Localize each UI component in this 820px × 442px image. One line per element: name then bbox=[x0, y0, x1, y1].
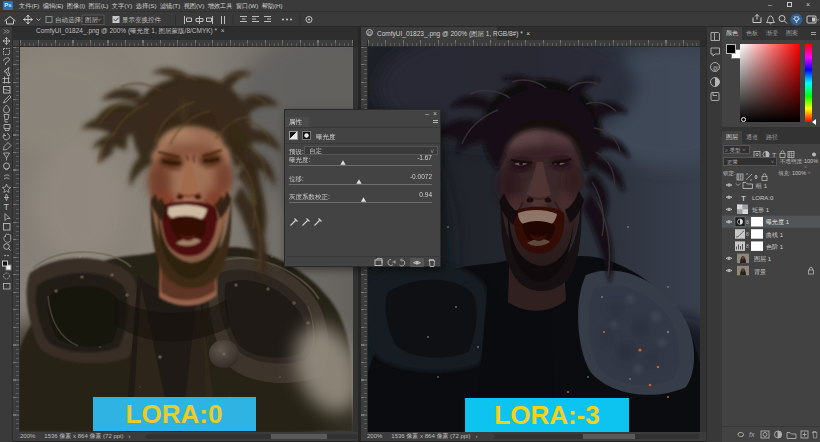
svg-text:矩形 1: 矩形 1 bbox=[752, 207, 770, 213]
svg-text:色阶 1: 色阶 1 bbox=[766, 243, 784, 250]
svg-text:8: 8 bbox=[746, 231, 749, 237]
svg-text:@: @ bbox=[713, 65, 719, 71]
svg-text:8: 8 bbox=[746, 243, 749, 249]
svg-text:自动选择:: 自动选择: bbox=[55, 16, 83, 24]
svg-text:组 1: 组 1 bbox=[755, 183, 768, 189]
svg-text:显示变换控件: 显示变换控件 bbox=[122, 16, 162, 24]
svg-text:LORA:0: LORA:0 bbox=[126, 399, 223, 429]
svg-text:8: 8 bbox=[746, 219, 749, 225]
svg-text:T: T bbox=[4, 202, 10, 212]
svg-text:曝光度 1: 曝光度 1 bbox=[766, 218, 790, 226]
svg-text:图层: 图层 bbox=[85, 16, 99, 23]
svg-text:曲线 1: 曲线 1 bbox=[766, 232, 784, 239]
svg-text:背景: 背景 bbox=[754, 268, 766, 275]
svg-text:LORA:0: LORA:0 bbox=[752, 195, 774, 201]
svg-text:图层 1: 图层 1 bbox=[754, 256, 772, 263]
svg-text:fx: fx bbox=[749, 431, 755, 438]
svg-text:LORA:-3: LORA:-3 bbox=[494, 400, 599, 430]
svg-text:T: T bbox=[741, 194, 746, 203]
